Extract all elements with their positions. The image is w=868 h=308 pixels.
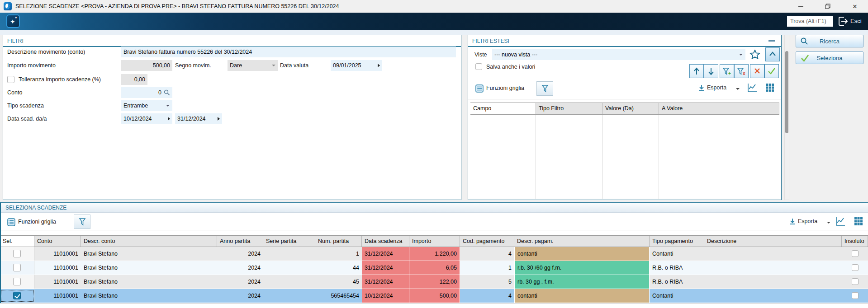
grid-column-header[interactable]: Data scadenza	[362, 236, 409, 247]
grid-header: Sel.ContoDescr. contoAnno partitaSerie p…	[0, 235, 868, 247]
search-icon[interactable]	[164, 89, 170, 96]
viste-dropdown[interactable]: --- nuova vista ---	[492, 49, 745, 60]
insoluto-checkbox[interactable]	[852, 264, 859, 271]
scadenza-row[interactable]: 11010001Bravi Stefano20244431/12/20246,0…	[0, 261, 868, 275]
grid-view-button[interactable]	[765, 83, 774, 94]
grid-body: 11010001Bravi Stefano2024131/12/20241.22…	[0, 247, 868, 303]
esporta-button[interactable]: Esporta	[789, 217, 830, 228]
cell-descr_conto: Bravi Stefano	[81, 275, 217, 289]
seleziona-button[interactable]: Seleziona	[796, 51, 863, 64]
cell-data_scadenza: 10/12/2024	[362, 289, 409, 303]
filter-toggle-button[interactable]	[74, 215, 90, 229]
apply-filters-button[interactable]	[764, 64, 779, 78]
scrollbar-thumb[interactable]	[785, 51, 788, 133]
insoluto-checkbox[interactable]	[852, 292, 859, 299]
tolleranza-input: 0,00	[121, 74, 147, 85]
filter-col-campo[interactable]: Campo	[470, 103, 536, 114]
grid-column-header[interactable]: Descr. conto	[81, 236, 217, 247]
row-select-checkbox[interactable]	[13, 278, 21, 285]
calendar-arrow-icon	[218, 117, 220, 121]
grid-icon	[765, 83, 774, 92]
descrizione-label: Descrizione movimento (conto)	[7, 47, 85, 57]
cell-insoluto	[842, 247, 868, 261]
scadenza-row[interactable]: 11010001Bravi Stefano202456546545410/12/…	[0, 289, 868, 303]
remove-filter-button[interactable]: x	[734, 64, 749, 78]
chevron-down-icon	[736, 88, 740, 92]
data-valuta-input[interactable]: 09/01/2025	[331, 60, 382, 71]
grid-column-header[interactable]: Conto	[34, 236, 81, 247]
segno-dropdown[interactable]: Dare	[228, 60, 278, 71]
cell-tipo_pagamento: Contanti	[650, 247, 704, 261]
row-select-checkbox[interactable]	[13, 264, 21, 271]
grid-column-header[interactable]: Importo	[409, 236, 460, 247]
grid-column-header[interactable]: Tipo pagamento	[650, 236, 704, 247]
grid-column-header[interactable]: Sel.	[0, 236, 34, 247]
esporta-button[interactable]: Esporta	[698, 83, 740, 94]
find-input[interactable]	[787, 16, 833, 27]
cancel-filters-button[interactable]	[750, 64, 764, 78]
assistant-button[interactable]: ✦ ✦	[6, 14, 20, 28]
funzioni-griglia-button[interactable]: Funzioni griglia	[7, 215, 71, 229]
cell-serie	[263, 275, 315, 289]
maximize-button[interactable]	[818, 0, 838, 13]
descrizione-input[interactable]: Bravi Stefano fattura numero 55226 del 3…	[121, 47, 456, 57]
chart-view-button[interactable]	[747, 83, 758, 94]
grid-column-header[interactable]: Num. partita	[315, 236, 362, 247]
scadenza-row[interactable]: 11010001Bravi Stefano2024131/12/20241.22…	[0, 247, 868, 261]
cell-importo: 122,00	[409, 275, 460, 289]
grid-column-header[interactable]: Descrizione	[704, 236, 842, 247]
calendar-arrow-icon	[168, 117, 170, 121]
grid-column-header[interactable]: Cod. pagamento	[460, 236, 514, 247]
cell-conto: 11010001	[34, 275, 81, 289]
grid-column-header[interactable]: Insoluto	[842, 236, 868, 247]
filter-col-a-valore[interactable]: A Valore	[659, 103, 714, 114]
restore-icon	[825, 4, 830, 9]
chevron-up-icon	[768, 51, 777, 57]
row-select-checkbox[interactable]	[13, 250, 21, 257]
cell-sel	[0, 247, 34, 261]
move-up-button[interactable]	[689, 64, 704, 78]
cell-descr_pagam: contanti	[514, 247, 650, 261]
grid-column-header[interactable]: Serie partita	[263, 236, 315, 247]
filter-toggle-button[interactable]	[536, 81, 553, 96]
insoluto-checkbox[interactable]	[852, 278, 859, 285]
cell-serie	[263, 289, 315, 303]
filter-col-tipo[interactable]: Tipo Filtro	[536, 103, 602, 114]
conto-input[interactable]: 0	[121, 87, 172, 98]
tipo-scadenza-dropdown[interactable]: Entrambe	[121, 100, 172, 111]
toolbar-divider	[0, 30, 868, 35]
favorite-star-icon[interactable]	[749, 49, 760, 62]
filter-col-extra[interactable]	[714, 103, 779, 114]
cell-data_scadenza: 31/12/2024	[362, 247, 409, 261]
minimize-button[interactable]	[791, 0, 811, 13]
cell-num: 565465454	[315, 289, 362, 303]
data-scad-da-input[interactable]: 10/12/2024	[121, 113, 172, 124]
vertical-scrollbar[interactable]	[784, 35, 789, 200]
filter-col-valore-da[interactable]: Valore (Da)	[602, 103, 659, 114]
grid-column-header[interactable]: Anno partita	[217, 236, 263, 247]
cell-descr_conto: Bravi Stefano	[81, 289, 217, 303]
funnel-add-icon: +	[722, 67, 731, 76]
collapse-icon[interactable]	[768, 40, 775, 42]
row-select-checkbox[interactable]	[13, 292, 21, 299]
chart-view-button[interactable]	[835, 216, 846, 228]
close-button[interactable]: ✕	[845, 0, 865, 13]
salva-valori-checkbox[interactable]	[475, 63, 482, 70]
insoluto-checkbox[interactable]	[852, 250, 859, 257]
exit-button[interactable]: Esci	[838, 15, 864, 28]
funnel-icon	[78, 218, 86, 226]
tolleranza-checkbox[interactable]	[7, 76, 14, 83]
importo-label: Importo movimento	[7, 60, 56, 71]
data-scad-a-input[interactable]: 31/12/2024	[175, 113, 222, 124]
scadenza-row[interactable]: 11010001Bravi Stefano20244531/12/2024122…	[0, 275, 868, 289]
grid-view-button[interactable]	[854, 217, 863, 228]
move-down-button[interactable]	[704, 64, 718, 78]
funzioni-griglia-button[interactable]: Funzioni griglia	[475, 81, 534, 96]
grid-column-header[interactable]: Descr. pagam.	[514, 236, 650, 247]
ricerca-button[interactable]: Ricerca	[796, 35, 863, 47]
cell-descr_pagam: r.b. 30 /60 gg f.m.	[514, 261, 650, 275]
main-toolbar: ✦ ✦ Esci	[0, 13, 868, 30]
cell-sel	[0, 261, 34, 275]
collapse-panel-button[interactable]	[765, 47, 780, 61]
add-filter-button[interactable]: +	[720, 64, 734, 78]
